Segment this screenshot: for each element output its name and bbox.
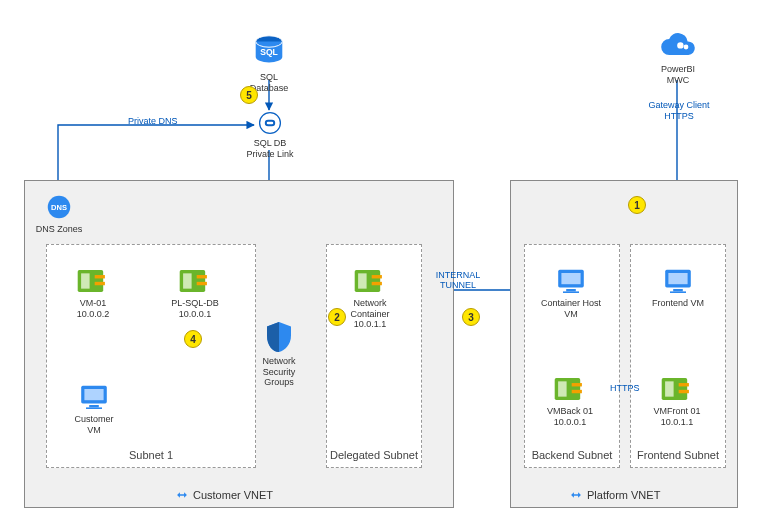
platform-vnet-title: Platform VNET xyxy=(587,489,660,501)
internal-tunnel-label: INTERNAL TUNNEL xyxy=(426,270,490,291)
vnet-icon xyxy=(569,488,583,502)
svg-rect-27 xyxy=(89,405,99,407)
svg-point-14 xyxy=(684,45,689,50)
containerhost-label: Container Host VM xyxy=(536,298,606,319)
svg-rect-19 xyxy=(95,275,105,278)
vm01-node: VM-01 10.0.0.2 xyxy=(70,266,116,319)
vmfront-node: VMFront 01 10.0.1.1 xyxy=(650,374,704,427)
svg-text:DNS: DNS xyxy=(51,203,67,212)
svg-rect-20 xyxy=(95,282,105,285)
customer-vm-node: Customer VM xyxy=(70,382,118,435)
private-dns-label: Private DNS xyxy=(128,116,178,126)
nic-icon xyxy=(553,374,587,404)
shield-icon xyxy=(264,320,294,354)
plsqldb-node: PL-SQL-DB 10.0.0.1 xyxy=(170,266,220,319)
vmback-node: VMBack 01 10.0.0.1 xyxy=(544,374,596,427)
svg-rect-28 xyxy=(86,407,102,409)
plsqldb-label: PL-SQL-DB xyxy=(170,298,220,308)
svg-rect-40 xyxy=(572,390,582,393)
frontendvm-node: Frontend VM xyxy=(648,266,708,309)
nic-icon xyxy=(660,374,694,404)
vm-icon xyxy=(78,382,110,412)
nsg-label: Network Security Groups xyxy=(256,356,302,387)
gateway-label: Gateway Client HTTPS xyxy=(636,100,722,123)
svg-rect-36 xyxy=(563,291,579,293)
powerbi-label: PowerBI MWC xyxy=(651,64,705,85)
svg-text:SQL: SQL xyxy=(260,47,278,57)
step-marker-4: 4 xyxy=(184,330,202,348)
netcontainer-node: Network Container 10.0.1.1 xyxy=(342,266,398,329)
step-marker-5: 5 xyxy=(240,86,258,104)
vm-icon xyxy=(662,266,694,296)
svg-rect-23 xyxy=(197,275,207,278)
dns-zones-label: DNS Zones xyxy=(34,224,84,234)
svg-rect-47 xyxy=(679,383,689,386)
step-marker-2: 2 xyxy=(328,308,346,326)
containerhost-node: Container Host VM xyxy=(536,266,606,319)
svg-rect-30 xyxy=(358,273,367,288)
svg-point-13 xyxy=(677,42,683,48)
svg-rect-32 xyxy=(372,282,382,285)
svg-rect-26 xyxy=(84,389,103,400)
svg-rect-39 xyxy=(572,383,582,386)
customer-vnet-title: Customer VNET xyxy=(193,489,273,501)
backend-subnet-title: Backend Subnet xyxy=(525,449,619,461)
vm01-ip: 10.0.0.2 xyxy=(70,309,116,319)
vm01-label: VM-01 xyxy=(70,298,116,308)
frontend-subnet-title: Frontend Subnet xyxy=(631,449,725,461)
vmback-ip: 10.0.0.1 xyxy=(544,417,596,427)
svg-rect-22 xyxy=(183,273,192,288)
svg-rect-18 xyxy=(81,273,90,288)
svg-rect-38 xyxy=(558,381,567,396)
cloud-icon xyxy=(658,32,698,62)
vmfront-ip: 10.0.1.1 xyxy=(650,417,704,427)
privatelink-icon xyxy=(257,110,283,136)
sql-database-icon: SQL xyxy=(250,32,288,70)
svg-rect-48 xyxy=(679,390,689,393)
nic-icon xyxy=(76,266,110,296)
netcontainer-ip: 10.0.1.1 xyxy=(342,319,398,329)
vnet-icon xyxy=(175,488,189,502)
delegated-subnet-title: Delegated Subnet xyxy=(327,449,421,461)
subnet-1-title: Subnet 1 xyxy=(47,449,255,461)
step-marker-3: 3 xyxy=(462,308,480,326)
sql-database-node: SQL SQL Database xyxy=(244,32,294,93)
svg-point-12 xyxy=(260,113,281,134)
svg-rect-42 xyxy=(668,273,687,284)
svg-rect-31 xyxy=(372,275,382,278)
nsg-node: Network Security Groups xyxy=(256,320,302,387)
svg-rect-24 xyxy=(197,282,207,285)
step-marker-1: 1 xyxy=(628,196,646,214)
svg-rect-35 xyxy=(566,289,576,291)
vmback-label: VMBack 01 xyxy=(544,406,596,416)
customer-vm-label: Customer VM xyxy=(70,414,118,435)
nic-icon xyxy=(178,266,212,296)
svg-rect-34 xyxy=(561,273,580,284)
vm-icon xyxy=(555,266,587,296)
sql-privatelink-node: SQL DB Private Link xyxy=(240,110,300,159)
sql-privatelink-label: SQL DB Private Link xyxy=(240,138,300,159)
nic-icon xyxy=(353,266,387,296)
svg-rect-44 xyxy=(670,291,686,293)
frontendvm-label: Frontend VM xyxy=(648,298,708,308)
svg-rect-43 xyxy=(673,289,683,291)
https-label: HTTPS xyxy=(610,383,640,393)
netcontainer-label: Network Container xyxy=(342,298,398,319)
dns-zones-node: DNS DNS Zones xyxy=(34,192,84,235)
powerbi-node: PowerBI MWC xyxy=(651,32,705,85)
dns-icon: DNS xyxy=(44,192,74,222)
plsqldb-ip: 10.0.0.1 xyxy=(170,309,220,319)
vmfront-label: VMFront 01 xyxy=(650,406,704,416)
svg-rect-46 xyxy=(665,381,674,396)
